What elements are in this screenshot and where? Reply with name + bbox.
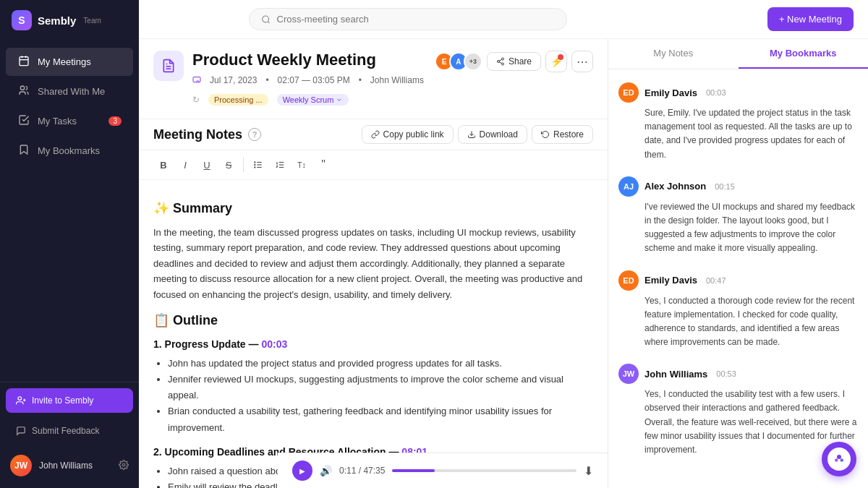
- msg-author-4: John Williams: [644, 369, 707, 380]
- volume-button[interactable]: 🔊: [320, 465, 332, 476]
- sidebar-item-bookmarks[interactable]: My Bookmarks: [6, 137, 133, 165]
- underline-button[interactable]: U: [197, 155, 217, 175]
- invite-button[interactable]: Invite to Sembly: [6, 388, 133, 413]
- svg-line-18: [499, 62, 501, 64]
- notes-title-text: Meeting Notes: [153, 127, 242, 142]
- bolt-button[interactable]: ⚡: [545, 51, 567, 72]
- svg-point-30: [837, 455, 841, 459]
- meeting-date-icon: [192, 76, 201, 85]
- message-header: AJ Alex Johnson 00:15: [618, 176, 858, 197]
- participant-avatars: E A +3: [435, 52, 482, 71]
- list-item: John has updated the project status and …: [168, 356, 593, 372]
- share-button[interactable]: Share: [487, 52, 541, 71]
- svg-line-19: [499, 59, 501, 61]
- app-name: Sembly: [38, 14, 76, 27]
- timestamp-link-1[interactable]: 00:03: [261, 338, 287, 350]
- feedback-label: Submit Feedback: [32, 426, 99, 436]
- italic-button[interactable]: I: [175, 155, 195, 175]
- topbar: + New Meeting: [139, 0, 868, 39]
- svg-point-16: [497, 61, 499, 63]
- user-row: JW John Williams: [6, 449, 133, 482]
- right-panel: My Notes My Bookmarks ED Emily Davis 00:…: [608, 39, 868, 488]
- separator-1: [243, 158, 244, 172]
- notes-title-area: Meeting Notes ?: [153, 127, 261, 142]
- notes-panel: Product Weekly Meeting Jul 17, 2023 • 02…: [139, 39, 608, 488]
- search-input[interactable]: [277, 14, 556, 25]
- fab-button[interactable]: [822, 442, 856, 476]
- app-tag: Team: [83, 17, 101, 25]
- quote-button[interactable]: ": [313, 155, 333, 175]
- search-bar[interactable]: [249, 8, 567, 30]
- more-button[interactable]: ⋯: [571, 51, 593, 72]
- media-download-button[interactable]: ⬇: [584, 464, 593, 478]
- msg-avatar-2: AJ: [618, 176, 639, 197]
- main-area: + New Meeting Product Weekly Meeting: [139, 0, 868, 488]
- sidebar-item-label: My Bookmarks: [38, 145, 100, 156]
- app-logo: S Sembly Team: [0, 0, 139, 40]
- font-size-button[interactable]: T↕: [292, 155, 312, 175]
- scrum-badge: Weekly Scrum: [277, 94, 349, 106]
- avatar-count: +3: [464, 52, 482, 71]
- message-item: ED Emily Davis 00:03 Sure, Emily. I've u…: [608, 75, 868, 169]
- msg-avatar-1: ED: [618, 82, 639, 103]
- panel-messages: ED Emily Davis 00:03 Sure, Emily. I've u…: [608, 69, 868, 488]
- sidebar-item-label: My Meetings: [38, 56, 91, 67]
- message-header: ED Emily Davis 00:03: [618, 82, 858, 103]
- panel-tabs: My Notes My Bookmarks: [608, 39, 868, 69]
- meeting-icon: [153, 51, 184, 81]
- invite-label: Invite to Sembly: [32, 395, 93, 406]
- restore-button[interactable]: Restore: [532, 125, 593, 144]
- svg-point-24: [255, 162, 255, 163]
- user-name: John Williams: [39, 461, 111, 471]
- copy-link-button[interactable]: Copy public link: [362, 125, 454, 144]
- processing-badge: Processing ...: [208, 94, 268, 106]
- progress-fill: [392, 469, 435, 472]
- meeting-title: Product Weekly Meeting: [192, 51, 426, 69]
- msg-time-3: 00:47: [706, 276, 726, 285]
- current-time: 0:11 / 47:35: [339, 466, 385, 476]
- msg-avatar-4: JW: [618, 364, 639, 384]
- tab-my-bookmarks[interactable]: My Bookmarks: [739, 39, 869, 69]
- new-meeting-label: + New Meeting: [779, 14, 842, 25]
- header-actions: E A +3 Share ⚡ ⋯: [435, 51, 593, 72]
- meeting-area: Product Weekly Meeting Jul 17, 2023 • 02…: [139, 39, 868, 488]
- outline-item-1: 1. Progress Update — 00:03: [153, 338, 593, 350]
- message-item: AJ Alex Johnson 00:15 I've reviewed the …: [608, 169, 868, 263]
- progress-bar[interactable]: [392, 469, 576, 472]
- bold-button[interactable]: B: [153, 155, 174, 175]
- sidebar-item-shared[interactable]: Shared With Me: [6, 77, 133, 106]
- sidebar-nav: My Meetings Shared With Me My Tasks 3: [0, 40, 139, 382]
- bookmarks-icon: [17, 144, 30, 158]
- svg-point-26: [255, 167, 255, 168]
- new-meeting-button[interactable]: + New Meeting: [767, 7, 854, 31]
- help-icon[interactable]: ?: [248, 128, 261, 141]
- msg-author-2: Alex Johnson: [644, 181, 706, 192]
- download-button[interactable]: Download: [458, 125, 527, 144]
- notification-dot: [558, 54, 563, 60]
- svg-point-15: [501, 58, 503, 60]
- sidebar-item-my-meetings[interactable]: My Meetings: [6, 48, 133, 76]
- meeting-date: Jul 17, 2023: [210, 75, 257, 85]
- message-item: ED Emily Davis 00:47 Yes, I conducted a …: [608, 263, 868, 357]
- bullet-list-button[interactable]: [248, 155, 268, 175]
- sidebar-item-tasks[interactable]: My Tasks 3: [6, 107, 133, 135]
- list-item: Brian conducted a usability test, gather…: [168, 403, 593, 435]
- play-button[interactable]: ▶: [292, 461, 312, 481]
- feedback-button[interactable]: Submit Feedback: [6, 419, 133, 443]
- restore-label: Restore: [553, 129, 584, 140]
- msg-time-1: 00:03: [706, 88, 726, 97]
- share-label: Share: [509, 56, 532, 67]
- svg-point-31: [835, 458, 838, 462]
- tasks-icon: [17, 114, 30, 128]
- sidebar: S Sembly Team My Meetings Shared With Me: [0, 0, 139, 488]
- settings-icon[interactable]: [119, 460, 129, 472]
- strikethrough-button[interactable]: S: [218, 155, 239, 175]
- summary-text: In the meeting, the team discussed progr…: [153, 225, 593, 302]
- ordered-list-button[interactable]: [270, 155, 290, 175]
- svg-point-8: [122, 463, 125, 466]
- notes-content: ✨ Summary In the meeting, the team discu…: [139, 180, 608, 488]
- msg-author-3: Emily Davis: [644, 275, 697, 286]
- tab-my-notes[interactable]: My Notes: [608, 39, 739, 69]
- msg-text-3: Yes, I conducted a thorough code review …: [618, 294, 858, 350]
- user-avatar: JW: [10, 455, 32, 476]
